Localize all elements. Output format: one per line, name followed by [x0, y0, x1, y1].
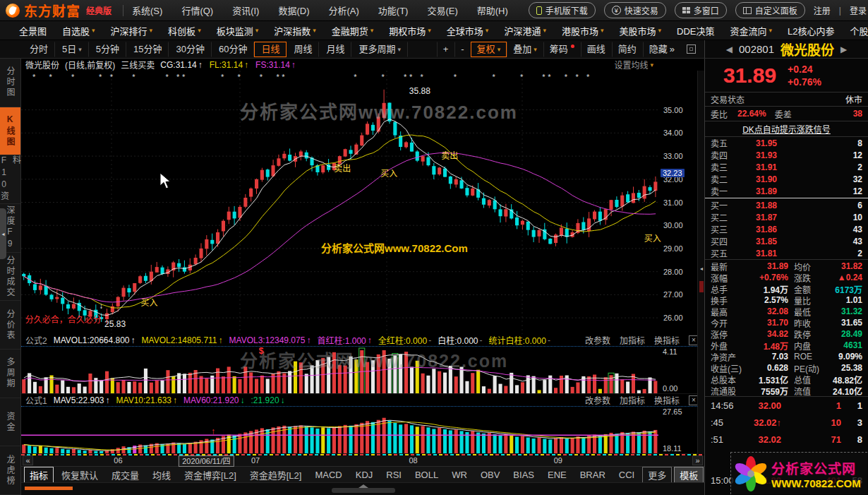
tool-button[interactable]: 筹码 [543, 42, 581, 57]
formula-action-button[interactable]: 改参数 [585, 394, 610, 406]
ma-settings-button[interactable]: 设置均线▾ [614, 59, 704, 71]
tab-资金趋势[L2][interactable]: 资金趋势[L2] [244, 467, 308, 483]
nav-item[interactable]: 金融期货▾ [324, 24, 382, 37]
tab-BIAS[interactable]: BIAS [507, 468, 540, 482]
page-right-button[interactable]: » [692, 455, 703, 465]
tool-label: 复权 [477, 44, 495, 55]
panel-resize-grip[interactable] [332, 488, 395, 493]
tab-更多[interactable]: 更多 [642, 467, 672, 483]
sidebar-item-9[interactable]: 龙虎榜 [0, 446, 20, 495]
period-button[interactable]: 周线 [287, 42, 319, 57]
formula-action-button[interactable]: 加指标 [620, 334, 645, 346]
nav-item[interactable]: DDE决策 [669, 24, 722, 37]
tool-button[interactable]: 叠加▾ [507, 42, 543, 57]
fullscreen-icon[interactable] [687, 44, 696, 54]
menu-item[interactable]: 帮助(H) [477, 4, 508, 17]
tab-MACD[interactable]: MACD [309, 468, 347, 482]
login-link[interactable]: 登录 [850, 4, 867, 16]
sidebar-item-3[interactable]: F10资料 [0, 155, 20, 204]
page-left-button[interactable]: « [23, 455, 33, 465]
sidebar-item-5[interactable]: 分时成交 [0, 253, 20, 302]
next-stock-icon[interactable]: ▶ [840, 44, 847, 54]
tool-button[interactable]: 复权▾ [471, 42, 507, 57]
tab-ENE[interactable]: ENE [542, 468, 572, 482]
tab-资金博弈[L2][interactable]: 资金博弈[L2] [179, 467, 242, 483]
period-button[interactable]: 5分钟 [89, 42, 126, 57]
menu-item[interactable]: 行情(Q) [181, 4, 213, 17]
formula-action-button[interactable]: 改参数 [585, 334, 610, 346]
nav-item[interactable]: 沪深港通▾ [496, 24, 554, 37]
tab-模板[interactable]: 模板 [674, 467, 704, 483]
toolbar-button[interactable]: 多窗口 [675, 2, 727, 18]
nav-item[interactable]: 自选股▾ [54, 24, 103, 37]
prev-stock-icon[interactable]: ◀ [726, 44, 733, 54]
tick-time: 14:56 [711, 400, 743, 411]
tab-KDJ[interactable]: KDJ [350, 468, 379, 482]
period-button[interactable]: 15分钟 [126, 42, 169, 57]
menu-item[interactable]: 分析(A) [328, 4, 358, 17]
menu-item[interactable]: 交易(E) [427, 4, 457, 17]
tool-button[interactable]: 画线 [581, 42, 612, 57]
tab-指标[interactable]: 指标 [24, 467, 54, 483]
tab-BOLL[interactable]: BOLL [409, 468, 444, 482]
nav-item[interactable]: 沪深指数▾ [266, 24, 324, 37]
menu-item[interactable]: 资讯(I) [232, 4, 259, 17]
toolbar-button[interactable]: 手机版下载 [529, 2, 596, 18]
menu-item[interactable]: 数据(D) [278, 4, 309, 17]
nav-item[interactable]: 个股风云▾ [843, 24, 868, 37]
tab-均线[interactable]: 均线 [147, 467, 176, 483]
formula-action-button[interactable]: 加指标 [620, 394, 645, 406]
sidebar-collapse-handle[interactable]: ◂ [0, 208, 6, 259]
period-button[interactable]: 30分钟 [169, 42, 211, 57]
tool-button[interactable]: 简约 [612, 42, 643, 57]
menu-item[interactable]: 功能(T) [378, 4, 409, 17]
period-button[interactable]: 分时 [23, 42, 55, 57]
tab-成交量[interactable]: 成交量 [106, 467, 145, 483]
sidebar-item-2[interactable]: K线图 [0, 107, 20, 156]
zoom-out-button[interactable]: - [454, 42, 470, 57]
book-price: 31.87 [736, 213, 777, 222]
toolbar-button[interactable]: ¥快速交易 [604, 2, 666, 18]
zoom-in-button[interactable]: + [437, 42, 455, 57]
brand-name: 东方财富 [24, 1, 80, 20]
right-collapse-strip[interactable]: ◂ [697, 71, 704, 454]
tab-CCI[interactable]: CCI [613, 468, 640, 482]
tab-WR[interactable]: WR [446, 468, 473, 482]
nav-item[interactable]: 港股市场▾ [554, 24, 612, 37]
tab-BRAR[interactable]: BRAR [574, 468, 611, 482]
toolbar-button[interactable]: 自定义面板 [735, 2, 805, 18]
nav-item[interactable]: 全球市场▾ [439, 24, 497, 37]
tab-RSI[interactable]: RSI [380, 468, 407, 482]
sidebar-item-7[interactable]: 多周期 [0, 350, 20, 398]
period-button[interactable]: 60分钟 [212, 42, 254, 57]
nav-item[interactable]: 沪深排行▾ [103, 24, 161, 37]
tab-恢复默认[interactable]: 恢复默认 [56, 467, 104, 483]
sidebar-item-6[interactable]: 分价表 [0, 301, 20, 350]
nav-item[interactable]: 科创板▾ [160, 24, 209, 37]
sidebar-item-8[interactable]: 资金 [0, 398, 20, 447]
formula-action-button[interactable]: 换指标 [654, 394, 680, 406]
nav-item[interactable]: L2核心内参 [780, 24, 842, 37]
register-link[interactable]: 注册 [814, 4, 831, 16]
kline-chart-area[interactable]: *************************** 35.0034.0033… [21, 71, 704, 334]
period-button[interactable]: 月线 [319, 42, 351, 57]
nav-item[interactable]: 期权市场▾ [381, 24, 439, 37]
tick-volume: 1 [781, 400, 841, 411]
nav-item[interactable]: 资金流向▾ [722, 24, 780, 37]
tool-button[interactable]: 隐藏» [643, 42, 681, 57]
dk-signal-link[interactable]: DK点自动提示涨跌信号 [742, 123, 831, 135]
tab-OBV[interactable]: OBV [475, 468, 505, 482]
nav-item[interactable]: 板块监测▾ [209, 24, 267, 37]
scroll-thumb[interactable] [699, 281, 704, 292]
sidebar-item-1[interactable]: 分时图 [0, 59, 20, 107]
formula2-plot[interactable]: 27.65 18.11 ↑ [21, 407, 704, 454]
nav-item[interactable]: 美股市场▾ [611, 24, 669, 37]
formula1-plot[interactable]: 分析家公式网www.70822.com $ 4.11 0.00 [21, 347, 704, 394]
nav-item[interactable]: 全景图 [11, 24, 54, 37]
menu-item[interactable]: 系统(S) [132, 4, 162, 17]
period-button[interactable]: 更多周期▾ [351, 42, 408, 57]
period-button[interactable]: 日线 [254, 42, 287, 57]
scroll-position-bar[interactable] [25, 487, 73, 490]
period-button[interactable]: 5日▾ [55, 42, 89, 57]
formula-action-button[interactable]: 换指标 [654, 334, 680, 346]
